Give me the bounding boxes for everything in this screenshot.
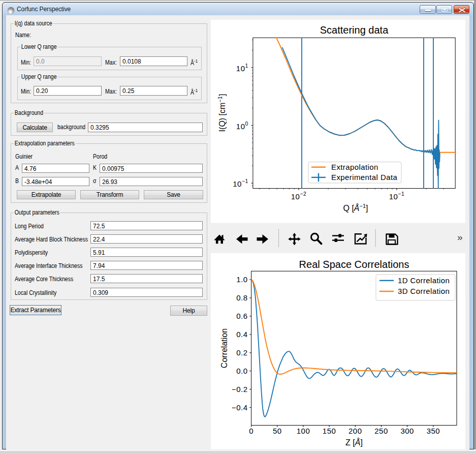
svg-text:Experimental Data: Experimental Data bbox=[331, 173, 397, 181]
svg-text:3D Correlation: 3D Correlation bbox=[398, 287, 450, 295]
svg-text:300: 300 bbox=[400, 427, 414, 435]
svg-text:350: 350 bbox=[427, 427, 440, 435]
svg-text:0.4: 0.4 bbox=[236, 330, 247, 339]
svg-text:−0.4: −0.4 bbox=[232, 403, 248, 412]
svg-text:0.6: 0.6 bbox=[236, 312, 247, 320]
svg-text:»: » bbox=[457, 232, 463, 243]
svg-text:150: 150 bbox=[323, 427, 336, 435]
svg-text:0.0: 0.0 bbox=[236, 367, 247, 375]
svg-text:Extrapolation: Extrapolation bbox=[331, 163, 378, 171]
svg-text:100: 100 bbox=[297, 427, 310, 435]
svg-text:50: 50 bbox=[273, 427, 282, 435]
svg-text:250: 250 bbox=[374, 427, 388, 435]
svg-text:0: 0 bbox=[249, 427, 253, 435]
svg-text:200: 200 bbox=[348, 427, 362, 435]
svg-text:1D Correlation: 1D Correlation bbox=[398, 276, 450, 285]
svg-text:1.0: 1.0 bbox=[236, 275, 247, 284]
svg-text:Z [Å]: Z [Å] bbox=[345, 438, 363, 447]
svg-text:0.2: 0.2 bbox=[236, 348, 247, 357]
svg-text:Correlation: Correlation bbox=[220, 328, 229, 368]
svg-text:Real Space Correlations: Real Space Correlations bbox=[299, 259, 409, 270]
svg-text:0.8: 0.8 bbox=[236, 293, 247, 302]
svg-text:Scattering data: Scattering data bbox=[320, 24, 389, 36]
svg-text:−0.2: −0.2 bbox=[232, 385, 248, 394]
